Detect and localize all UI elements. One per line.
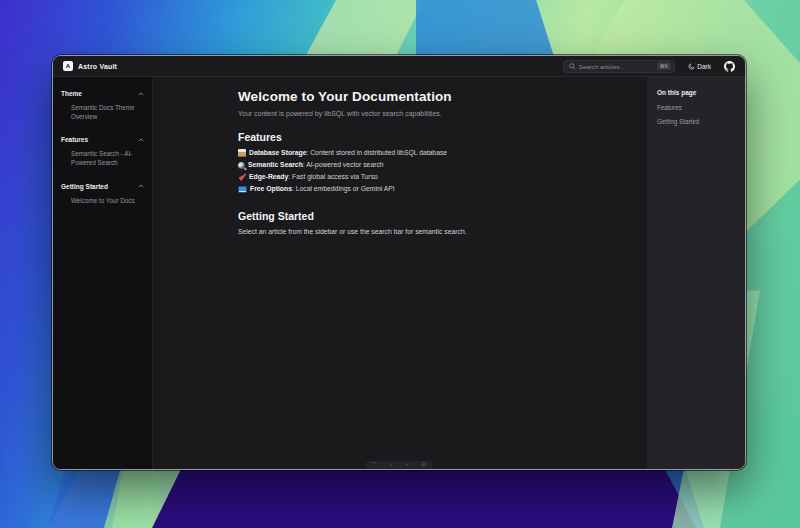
feature-term: Database Storage <box>249 149 306 156</box>
feature-desc: : Fast global access via Turso <box>288 173 378 180</box>
feature-item: Database Storage: Content stored in dist… <box>238 149 627 157</box>
sidebar-section-label: Features <box>61 136 88 143</box>
getting-started-text: Select an article from the sidebar or us… <box>238 228 627 235</box>
target-icon[interactable]: ⊙ <box>421 462 426 468</box>
search-input[interactable] <box>579 63 654 70</box>
sidebar-section-features: Features Semantic Search - AI-Powered Se… <box>61 136 144 167</box>
sidebar-section-header[interactable]: Theme <box>61 90 144 97</box>
app-header: A Astro Vault ⌘K Dark <box>53 56 745 77</box>
sidebar-item-welcome-to-your-docs[interactable]: Welcome to Your Docs <box>61 196 144 205</box>
feature-item: Edge-Ready: Fast global access via Turso <box>238 173 627 181</box>
scroll-down-icon[interactable]: ⌄ <box>389 462 394 468</box>
feature-desc: : Content stored in distributed libSQL d… <box>306 149 447 156</box>
feature-desc: : AI-powered vector search <box>303 161 384 168</box>
theme-toggle-button[interactable]: Dark <box>688 63 711 70</box>
app-logo[interactable]: A <box>63 61 73 71</box>
search-shortcut-badge: ⌘K <box>657 62 671 70</box>
theme-toggle-label: Dark <box>697 63 711 70</box>
getting-started-heading: Getting Started <box>238 210 627 222</box>
desktop-wallpaper: A Astro Vault ⌘K Dark <box>0 0 800 528</box>
sidebar-item-semantic-docs-theme-overview[interactable]: Semantic Docs Theme Overview <box>61 103 144 121</box>
feature-term: Edge-Ready <box>249 173 288 180</box>
toc-link-features[interactable]: Features <box>657 104 735 111</box>
github-link[interactable] <box>724 61 735 72</box>
toc-title: On this page <box>657 89 735 96</box>
page-intro: Your content is powered by libSQL with v… <box>238 110 627 117</box>
window-body: Theme Semantic Docs Theme Overview Featu… <box>53 77 745 469</box>
feature-term: Semantic Search <box>248 161 303 168</box>
feature-desc: : Local embeddings or Gemini API <box>292 185 395 192</box>
sidebar-section-label: Getting Started <box>61 183 108 190</box>
feature-item: Semantic Search: AI-powered vector searc… <box>238 161 627 169</box>
sidebar-item-semantic-search[interactable]: Semantic Search - AI-Powered Search <box>61 149 144 167</box>
sidebar-section-header[interactable]: Features <box>61 136 144 143</box>
app-title[interactable]: Astro Vault <box>78 63 117 70</box>
features-heading: Features <box>238 131 627 143</box>
chevron-up-icon <box>138 92 144 96</box>
chevron-up-icon <box>138 138 144 142</box>
search-box[interactable]: ⌘K <box>563 60 675 73</box>
bottom-controls-bar: ⌃ ⌄ − ⊙ <box>366 461 432 469</box>
sidebar-section-header[interactable]: Getting Started <box>61 183 144 190</box>
docs-sidebar: Theme Semantic Docs Theme Overview Featu… <box>53 77 153 469</box>
on-this-page-panel: On this page Features Getting Started <box>647 77 745 469</box>
sidebar-section-getting-started: Getting Started Welcome to Your Docs <box>61 183 144 205</box>
free-button-emoji-icon <box>238 186 247 193</box>
features-list: Database Storage: Content stored in dist… <box>238 149 627 193</box>
app-window: A Astro Vault ⌘K Dark <box>52 55 746 470</box>
page-title: Welcome to Your Documentation <box>238 89 627 104</box>
feature-item: Free Options: Local embeddings or Gemini… <box>238 185 627 193</box>
moon-icon <box>688 63 695 70</box>
zoom-out-icon[interactable]: − <box>406 462 409 468</box>
sidebar-section-theme: Theme Semantic Docs Theme Overview <box>61 90 144 121</box>
feature-term: Free Options <box>250 185 292 192</box>
sidebar-section-label: Theme <box>61 90 82 97</box>
scroll-up-icon[interactable]: ⌃ <box>372 462 377 468</box>
chevron-up-icon <box>138 184 144 188</box>
search-icon <box>569 63 576 70</box>
toc-link-getting-started[interactable]: Getting Started <box>657 118 735 125</box>
article-content: Welcome to Your Documentation Your conte… <box>153 77 647 469</box>
rocket-emoji-icon <box>238 173 246 181</box>
magnifier-emoji-icon <box>238 162 245 169</box>
card-file-box-emoji-icon <box>238 149 246 157</box>
github-icon <box>724 61 735 72</box>
